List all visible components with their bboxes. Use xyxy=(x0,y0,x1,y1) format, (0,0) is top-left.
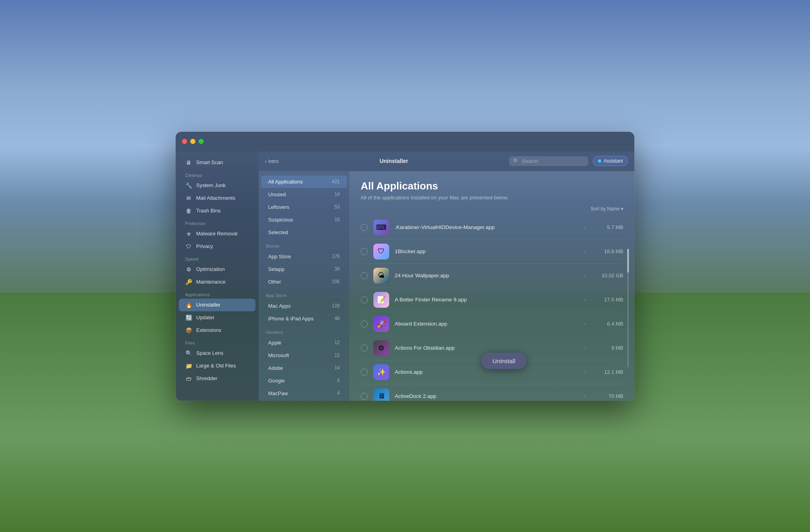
filter-count-microsoft: 12 xyxy=(335,352,340,358)
close-button[interactable] xyxy=(182,139,187,144)
assistant-dot-icon xyxy=(598,159,601,163)
filter-mac-apps[interactable]: Mac Apps 128 xyxy=(261,300,347,312)
sidebar-item-system-junk[interactable]: 🔧 System Junk xyxy=(179,179,255,192)
app-name-5: Actions For Obsidian.app xyxy=(395,345,579,351)
section-vendors: Vendors xyxy=(259,325,349,336)
right-header: ‹ Intro Uninstaller 🔍 Assistant xyxy=(259,151,634,171)
filter-label-suspicious: Suspicious xyxy=(268,217,293,223)
privacy-icon: 🛡 xyxy=(185,243,192,250)
sidebar-item-optimization[interactable]: ⚙ Optimization xyxy=(179,263,255,276)
back-button[interactable]: ‹ Intro xyxy=(265,158,278,164)
malware-icon: ☣ xyxy=(185,230,192,237)
sidebar-item-large-old-files[interactable]: 📁 Large & Old Files xyxy=(179,360,255,372)
section-files: Files xyxy=(176,337,259,347)
app-checkbox-5[interactable] xyxy=(361,345,368,352)
app-name-4: Aboard Extension.app xyxy=(395,321,579,327)
app-checkbox-7[interactable] xyxy=(361,393,368,400)
app-checkbox-6[interactable] xyxy=(361,369,368,376)
filter-label-other: Other xyxy=(268,279,281,285)
search-bar[interactable]: 🔍 xyxy=(509,156,588,166)
filter-label-mac-apps: Mac Apps xyxy=(268,303,291,309)
chevron-icon-5: › xyxy=(585,345,586,351)
app-icon-3: 📝 xyxy=(373,292,389,308)
table-row[interactable]: 🛡 1Blocker.app › 16.6 MB xyxy=(361,240,623,264)
scrollbar-thumb[interactable] xyxy=(627,249,629,273)
filter-unused[interactable]: Unused 14 xyxy=(261,188,347,201)
sort-by-name[interactable]: Sort by Name ▾ xyxy=(590,206,623,212)
filter-panel: All Applications 421 Unused 14 Leftovers… xyxy=(259,171,350,401)
sidebar-item-maintenance[interactable]: 🔑 Maintenance xyxy=(179,276,255,288)
filter-apple[interactable]: Apple 12 xyxy=(261,337,347,349)
filter-count-google: 6 xyxy=(337,378,340,383)
table-row[interactable]: 🖥 ActiveDock 2.app › 70 MB xyxy=(361,384,623,401)
smart-scan-icon: 🖥 xyxy=(185,159,192,166)
sidebar-item-smart-scan[interactable]: 🖥 Smart Scan xyxy=(179,156,255,169)
filter-count-all: 421 xyxy=(332,179,340,184)
filter-iphone-ipad[interactable]: iPhone & iPad Apps 48 xyxy=(261,312,347,325)
app-size-3: 17.5 MB xyxy=(592,297,623,303)
filter-other[interactable]: Other 206 xyxy=(261,276,347,288)
app-checkbox-3[interactable] xyxy=(361,296,368,303)
sidebar-label-shredder: Shredder xyxy=(196,375,217,381)
app-icon-0: ⌨ xyxy=(373,220,389,235)
table-row[interactable]: 🚀 Aboard Extension.app › 6.4 MB xyxy=(361,312,623,336)
filter-google[interactable]: Google 6 xyxy=(261,375,347,387)
uninstall-button[interactable]: Uninstall xyxy=(481,353,526,369)
app-checkbox-0[interactable] xyxy=(361,224,368,231)
sidebar-item-updater[interactable]: 🔄 Updater xyxy=(179,311,255,324)
table-row[interactable]: 📝 A Better Finder Rename 9.app › 17.5 MB xyxy=(361,288,623,312)
page-subtitle: All of the applications installed on you… xyxy=(361,195,623,201)
filter-label-apple: Apple xyxy=(268,340,281,346)
search-input[interactable] xyxy=(522,158,584,164)
scrollbar-track[interactable] xyxy=(627,249,629,367)
app-checkbox-2[interactable] xyxy=(361,272,368,279)
table-row[interactable]: 🌤 24 Hour Wallpaper.app › 10.02 GB xyxy=(361,264,623,288)
filter-microsoft[interactable]: Microsoft 12 xyxy=(261,349,347,362)
filter-app-store[interactable]: App Store 176 xyxy=(261,250,347,263)
app-checkbox-4[interactable] xyxy=(361,320,368,328)
filter-adobe[interactable]: Adobe 14 xyxy=(261,362,347,374)
sidebar-label-system-junk: System Junk xyxy=(196,182,225,188)
app-icon-7: 🖥 xyxy=(373,388,389,401)
sidebar-item-space-lens[interactable]: 🔍 Space Lens xyxy=(179,347,255,360)
filter-selected[interactable]: Selected xyxy=(261,226,347,239)
uninstaller-icon: 🔥 xyxy=(185,301,192,309)
filter-suspicious[interactable]: Suspicious 10 xyxy=(261,214,347,226)
minimize-button[interactable] xyxy=(190,139,195,144)
filter-label-iphone-ipad: iPhone & iPad Apps xyxy=(268,316,314,322)
sidebar-item-uninstaller[interactable]: 🔥 Uninstaller xyxy=(179,299,255,311)
filter-setapp[interactable]: Setapp 39 xyxy=(261,263,347,275)
filter-count-leftovers: 53 xyxy=(335,204,340,210)
maintenance-icon: 🔑 xyxy=(185,278,192,286)
sidebar-item-mail-attachments[interactable]: ✉ Mail Attachments xyxy=(179,192,255,204)
assistant-button[interactable]: Assistant xyxy=(593,156,628,166)
chevron-icon-6: › xyxy=(585,369,586,375)
filter-label-all: All Applications xyxy=(268,179,303,185)
sidebar-label-large-files: Large & Old Files xyxy=(196,363,236,369)
sidebar-item-privacy[interactable]: 🛡 Privacy xyxy=(179,240,255,253)
filter-leftovers[interactable]: Leftovers 53 xyxy=(261,201,347,213)
fullscreen-button[interactable] xyxy=(199,139,204,144)
assistant-label: Assistant xyxy=(604,158,623,164)
chevron-icon-7: › xyxy=(585,394,586,399)
app-window: 🖥 Smart Scan Cleanup 🔧 System Junk ✉ Mai… xyxy=(176,132,634,401)
filter-macpaw[interactable]: MacPaw 4 xyxy=(261,387,347,399)
content-header: All Applications All of the applications… xyxy=(350,171,634,206)
app-name-1: 1Blocker.app xyxy=(395,248,579,254)
sidebar-item-malware-removal[interactable]: ☣ Malware Removal xyxy=(179,227,255,240)
traffic-lights xyxy=(182,139,204,144)
filter-label-leftovers: Leftovers xyxy=(268,204,289,210)
app-icon-1: 🛡 xyxy=(373,244,389,259)
table-row[interactable]: ⌨ .Karabiner-VirtualHIDDevice-Manager.ap… xyxy=(361,216,623,240)
trash-icon: 🗑 xyxy=(185,207,192,214)
sidebar-item-trash-bins[interactable]: 🗑 Trash Bins xyxy=(179,204,255,217)
sidebar-label-malware: Malware Removal xyxy=(196,231,237,237)
app-size-0: 5.7 MB xyxy=(592,224,623,230)
system-junk-icon: 🔧 xyxy=(185,182,192,189)
sidebar-item-shredder[interactable]: 🗃 Shredder xyxy=(179,372,255,385)
app-checkbox-1[interactable] xyxy=(361,248,368,255)
sidebar-item-extensions[interactable]: 📦 Extensions xyxy=(179,324,255,337)
search-icon: 🔍 xyxy=(513,158,519,164)
filter-all-applications[interactable]: All Applications 421 xyxy=(261,176,347,188)
sidebar-label-privacy: Privacy xyxy=(196,243,213,249)
